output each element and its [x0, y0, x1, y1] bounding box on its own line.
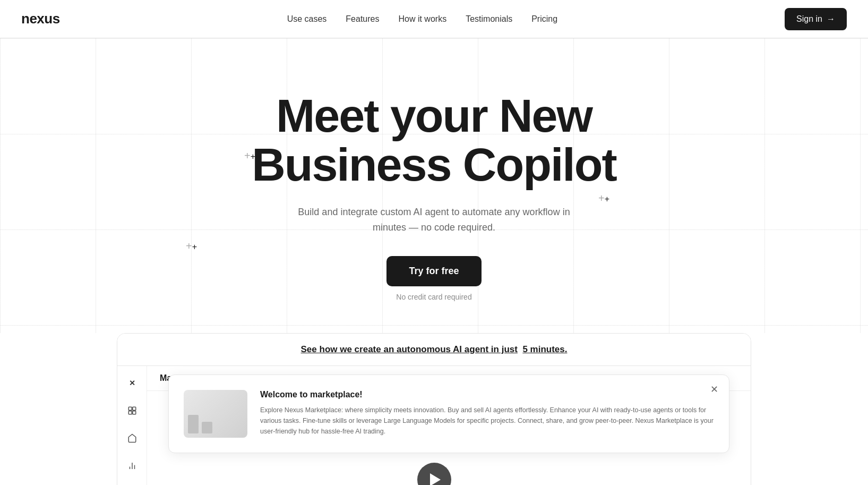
navbar: nexus Use cases Features How it works Te…	[0, 0, 868, 38]
svg-rect-3	[132, 411, 135, 414]
modal-description: Explore Nexus Marketplace: where simplic…	[260, 405, 714, 437]
thumbnail-bar-1	[188, 415, 199, 433]
hero-title: Meet your New Business Copilot	[252, 91, 616, 190]
video-banner-link[interactable]: 5 minutes.	[522, 344, 567, 354]
svg-rect-1	[132, 407, 135, 411]
nav-use-cases[interactable]: Use cases	[287, 14, 327, 23]
nav-testimonials[interactable]: Testimonials	[466, 14, 512, 23]
nav-links: Use cases Features How it works Testimon…	[287, 14, 557, 24]
logo[interactable]: nexus	[21, 11, 60, 27]
crosshair-decoration-2: +	[598, 192, 608, 202]
marketplace-modal: ✕ Welcome to marketplace! Explore Nexus …	[168, 375, 729, 453]
video-section: See how we create an autonomous AI agent…	[117, 333, 751, 485]
try-free-button[interactable]: Try for free	[386, 256, 481, 286]
thumbnail-bar-2	[202, 422, 212, 433]
modal-text-content: Welcome to marketplace! Explore Nexus Ma…	[260, 390, 714, 437]
video-container: ✕ Marketplace	[117, 366, 751, 485]
nav-features[interactable]: Features	[346, 14, 379, 23]
sidebar-grid-icon[interactable]	[124, 430, 141, 447]
svg-rect-0	[128, 407, 132, 411]
play-icon	[430, 473, 441, 485]
modal-thumbnail	[184, 390, 247, 438]
crosshair-decoration-3: +	[186, 240, 195, 250]
app-sidebar: ✕	[117, 366, 147, 485]
sidebar-chart-icon[interactable]	[124, 457, 141, 474]
nav-pricing[interactable]: Pricing	[531, 14, 557, 23]
sidebar-home-icon[interactable]	[124, 402, 141, 419]
video-banner: See how we create an autonomous AI agent…	[117, 334, 751, 366]
app-main-content: Marketplace ✕ Welcome to marketplace! Ex…	[147, 366, 751, 485]
hero-section: + + + Meet your New Business Copilot Bui…	[0, 38, 868, 333]
nav-how-it-works[interactable]: How it works	[398, 14, 446, 23]
modal-title: Welcome to marketplace!	[260, 390, 714, 399]
modal-close-button[interactable]: ✕	[710, 384, 718, 395]
sidebar-close-icon[interactable]: ✕	[124, 375, 141, 392]
sign-in-button[interactable]: Sign in →	[785, 8, 847, 30]
hero-subtitle: Build and integrate custom AI agent to a…	[296, 205, 572, 235]
no-credit-card-text: No credit card required	[396, 293, 471, 301]
svg-rect-2	[128, 411, 132, 414]
